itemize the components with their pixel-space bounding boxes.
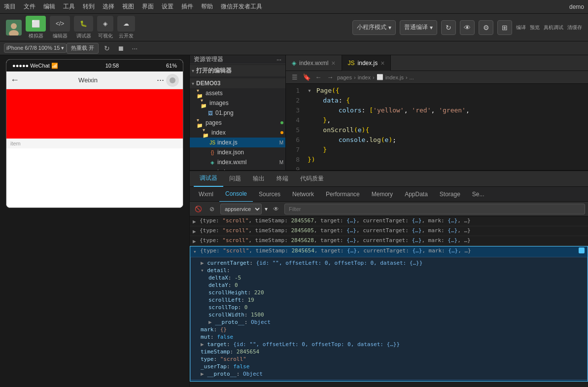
expand-arrow-icon: ▶ bbox=[193, 228, 198, 235]
file-tree: 资源管理器 ··· ▾ 打开的编辑器 ▾ DEMO03 bbox=[190, 55, 286, 170]
arrow-icon[interactable]: ▾ bbox=[201, 267, 204, 274]
expanded-entry-header[interactable]: ▾ {type: "scroll", timeStamp: 2845654, t… bbox=[190, 246, 588, 256]
close-tab-icon[interactable]: × bbox=[380, 59, 384, 67]
root-header[interactable]: ▾ DEMO03 bbox=[190, 78, 285, 88]
spacer: ▾ bbox=[265, 206, 268, 212]
editor-body[interactable]: 1 2 3 4 5 6 7 8 9 ▾ Page({ data: { bbox=[286, 84, 588, 170]
menu-item-interface[interactable]: 界面 bbox=[142, 2, 154, 11]
tab-terminal[interactable]: 终端 bbox=[271, 171, 294, 187]
arrow-icon[interactable]: ▶ bbox=[201, 371, 204, 377]
debugger-button[interactable]: 🐛 bbox=[74, 16, 93, 32]
expanded-console-entry[interactable]: ▾ {type: "scroll", timeStamp: 2845654, t… bbox=[190, 246, 588, 382]
tab-index-wxml[interactable]: ◈ index.wxml × bbox=[286, 55, 342, 71]
close-tab-icon[interactable]: × bbox=[331, 59, 335, 67]
more-sim-button[interactable]: ··· bbox=[129, 43, 140, 54]
filter-toggle-button[interactable]: ⊘ bbox=[207, 204, 217, 214]
clear-console-button[interactable]: 🚫 bbox=[193, 204, 204, 214]
menu-item-project[interactable]: 项目 bbox=[4, 2, 16, 11]
main-toolbar: ⬜ 模拟器 </> 编辑器 🐛 调试器 ◈ 可视化 ☁ 云开发 小程序模式 ▾ … bbox=[0, 14, 588, 41]
exp-proto: ▶ __proto__: Object bbox=[201, 370, 583, 378]
menu-item-weixin[interactable]: 微信开发者工具 bbox=[221, 2, 262, 11]
tab-issues[interactable]: 问题 bbox=[223, 171, 247, 187]
hamburger-menu-button[interactable]: ☰ bbox=[290, 72, 300, 82]
debugger-label: 调试器 bbox=[76, 33, 91, 39]
simulator-button[interactable]: ⬜ bbox=[26, 16, 46, 32]
filter-input[interactable] bbox=[284, 204, 585, 214]
console-entry[interactable]: ▶ {type: "scroll", timeStamp: 2845567, t… bbox=[190, 216, 588, 226]
entry-count-badge bbox=[579, 247, 585, 253]
console-context-select[interactable]: appservice bbox=[220, 204, 262, 214]
root-label: DEMO03 bbox=[196, 80, 220, 87]
mode-select[interactable]: 小程序模式 ▾ bbox=[352, 20, 396, 35]
phone-screen: ●●●●● WeChat 📶 10:58 61% ← Weixin ··· it… bbox=[0, 55, 189, 387]
filetree-item-index-wxml[interactable]: ◈ index.wxml M bbox=[190, 157, 285, 167]
menu-item-select[interactable]: 选择 bbox=[103, 2, 114, 11]
menu-item-edit[interactable]: 编辑 bbox=[43, 2, 55, 11]
menu-item-plugin[interactable]: 插件 bbox=[181, 2, 193, 11]
open-editors-section: ▾ 打开的编辑器 bbox=[190, 64, 285, 77]
exp-mut: mut: false bbox=[201, 333, 583, 341]
filetree-item-index-folder[interactable]: ▾📁 index bbox=[190, 128, 285, 138]
hotreload-button[interactable]: 热重载 开 bbox=[67, 43, 99, 54]
arrow-icon[interactable]: ▶ bbox=[208, 319, 212, 325]
sub-tab-performance[interactable]: Performance bbox=[320, 186, 366, 202]
arrow-icon[interactable]: ▶ bbox=[201, 260, 204, 266]
layers-button[interactable]: ⊞ bbox=[497, 20, 512, 35]
menu-item-settings[interactable]: 设置 bbox=[162, 2, 173, 11]
eye-button[interactable]: 👁 bbox=[460, 20, 475, 35]
sub-tab-more[interactable]: Se... bbox=[466, 186, 490, 202]
phone-nav-title: Weixin bbox=[21, 76, 155, 84]
filetree-item-assets[interactable]: ▾📁 assets bbox=[190, 88, 285, 98]
sub-tab-wxml[interactable]: Wxml bbox=[193, 186, 219, 202]
tab-code-quality[interactable]: 代码质量 bbox=[294, 171, 330, 187]
menu-item-help[interactable]: 帮助 bbox=[201, 2, 213, 11]
filetree-item-index-json[interactable]: {} index.json bbox=[190, 147, 285, 157]
arrow-icon[interactable]: ▶ bbox=[201, 341, 204, 348]
menu-item-goto[interactable]: 转到 bbox=[83, 2, 95, 11]
menu-item-view[interactable]: 视图 bbox=[122, 2, 134, 11]
code-content[interactable]: ▾ Page({ data: { colors: ['yellow', 'red… bbox=[304, 84, 588, 170]
settings-icon-button[interactable]: ⚙ bbox=[479, 20, 493, 35]
device-select[interactable]: iPhone 6/7/8 100% 15 ▾ bbox=[4, 43, 67, 53]
folder-icon: ▾📁 bbox=[203, 129, 210, 137]
phone-status-bar: ●●●●● WeChat 📶 10:58 61% bbox=[6, 60, 183, 71]
filetree-item-01png[interactable]: 🖼 01.png bbox=[190, 108, 285, 118]
menu-item-file[interactable]: 文件 bbox=[24, 2, 35, 11]
console-entry[interactable]: ▶ {type: "scroll", timeStamp: 2845628, t… bbox=[190, 236, 588, 246]
sub-tab-storage[interactable]: Storage bbox=[434, 186, 466, 202]
tab-debugger[interactable]: 调试器 bbox=[194, 171, 223, 187]
sub-tab-memory[interactable]: Memory bbox=[366, 186, 399, 202]
sub-tab-console[interactable]: Console bbox=[219, 186, 253, 202]
exp-current-target: ▶ currentTarget: {id: "", offsetLeft: 0,… bbox=[201, 259, 583, 267]
phone-status-icons: ●●●●● WeChat 📶 bbox=[12, 63, 58, 69]
filetree-item-images[interactable]: ▾📁 images bbox=[190, 98, 285, 108]
forward-button[interactable]: → bbox=[325, 72, 335, 82]
refresh-sim-button[interactable]: ↻ bbox=[102, 43, 112, 54]
tab-index-js[interactable]: JS index.js × bbox=[342, 55, 391, 71]
simulator-panel: ●●●●● WeChat 📶 10:58 61% ← Weixin ··· it… bbox=[0, 55, 190, 387]
sub-tab-appdata[interactable]: AppData bbox=[399, 186, 434, 202]
refresh-button[interactable]: ↻ bbox=[441, 20, 456, 35]
visualize-button[interactable]: ◈ bbox=[97, 16, 113, 32]
filetree-item-index-js[interactable]: JS index.js M bbox=[190, 138, 285, 147]
editor-button[interactable]: </> bbox=[50, 16, 70, 32]
menu-item-tools[interactable]: 工具 bbox=[63, 2, 75, 11]
cloud-button[interactable]: ☁ bbox=[117, 16, 135, 32]
sub-tab-sources[interactable]: Sources bbox=[253, 186, 286, 202]
bookmark-button[interactable]: 🔖 bbox=[302, 72, 311, 82]
filetree-more-button[interactable]: ··· bbox=[277, 56, 281, 63]
stop-sim-button[interactable]: ⏹ bbox=[115, 43, 126, 54]
filetree-item-pages[interactable]: ▾📁 pages bbox=[190, 118, 285, 128]
compile-select[interactable]: 普通编译 ▾ bbox=[400, 20, 437, 35]
sub-tab-network[interactable]: Network bbox=[286, 186, 320, 202]
back-button[interactable]: ← bbox=[313, 72, 323, 82]
exp-scrollWidth: scrollWidth: 1500 bbox=[208, 311, 583, 318]
console-entry[interactable]: ▶ {type: "scroll", timeStamp: 2845605, t… bbox=[190, 226, 588, 236]
open-editors-header[interactable]: ▾ 打开的编辑器 bbox=[190, 65, 285, 76]
eye-console-button[interactable]: 👁 bbox=[271, 204, 281, 214]
line-numbers: 1 2 3 4 5 6 7 8 9 bbox=[286, 84, 304, 170]
phone-nav-bar: ← Weixin ··· bbox=[6, 71, 183, 89]
open-editors-label: 打开的编辑器 bbox=[196, 67, 232, 75]
console-entry-text: {type: "scroll", timeStamp: 2845567, tar… bbox=[200, 217, 585, 224]
tab-output[interactable]: 输出 bbox=[247, 171, 271, 187]
